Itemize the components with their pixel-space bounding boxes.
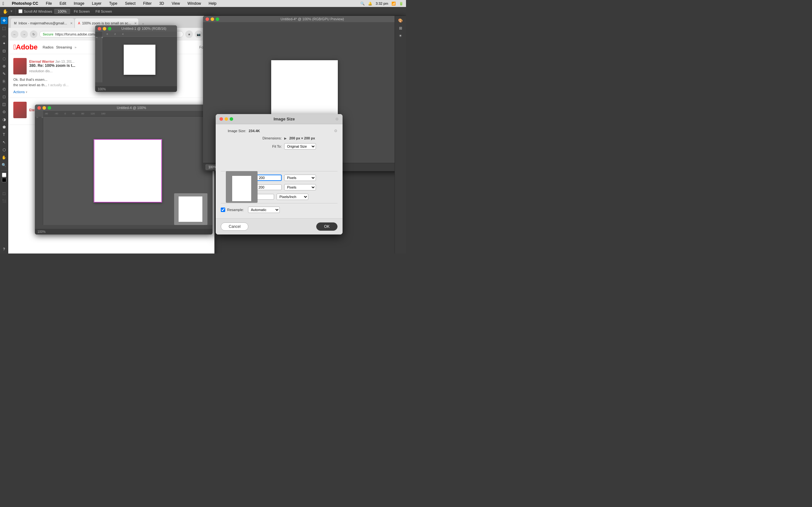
marquee-tool[interactable]: ⬚ [1,25,8,32]
history-tool[interactable]: ◴ [1,86,8,93]
menu-bar:  Photoshop CC File Edit Image Layer Typ… [0,0,406,7]
zoom-tool[interactable]: 🔍 [1,162,8,169]
resample-checkbox[interactable] [221,208,225,212]
gmail-tab-label: Inbox - majermatheus@gmail... [18,21,67,25]
image-size-label: Image Size: [221,129,246,133]
ps-second-ruler-h: -80-4004080120160 [43,111,212,117]
dimensions-arrow-icon[interactable]: ▶ [284,136,287,140]
reload-button[interactable]: ↻ [30,31,38,38]
help-button[interactable]: ? [2,246,6,252]
resample-select[interactable]: Automatic [248,207,280,213]
dialog-preview-row: Dimensions: ▶ 200 px × 200 px Fit To: Or… [221,136,338,168]
resolution-unit-select[interactable]: Pixels/Inch [276,193,308,200]
eyedropper-tool[interactable]: ◌ [1,55,8,62]
bookmark-more[interactable]: » [74,45,77,49]
zoom-input[interactable] [54,9,70,14]
ps-small-canvas-area: 0 2 4 24 [95,32,177,82]
bookmark-button[interactable]: ★ [185,31,193,38]
layers-panel-icon[interactable]: ⊞ [397,25,404,32]
height-input[interactable] [256,184,282,190]
toolbar-divider [15,8,16,14]
width-input[interactable] [256,175,282,181]
forward-button[interactable]: → [20,31,28,38]
ps-second-window: Untitled-4 @ 100% -80-4004080120160 2468… [35,105,212,234]
poster-name-text-1[interactable]: Eternal Warrior [29,60,54,63]
gradient-tool[interactable]: ◫ [1,101,8,108]
close-button-small[interactable] [98,27,101,31]
edit-menu[interactable]: Edit [58,1,67,6]
pen-tool[interactable]: ⬟ [1,124,8,130]
adjustments-panel-icon[interactable]: ☀ [397,32,404,39]
adobe-tab-close[interactable]: ✕ [134,21,137,25]
bookmark-streaming[interactable]: Streaming [56,45,72,49]
path-select-tool[interactable]: ↖ [1,139,8,146]
app-name-menu[interactable]: Photoshop CC [10,1,39,6]
lasso-tool[interactable]: ⌓ [1,32,8,39]
crop-tool[interactable]: ⊡ [1,48,8,55]
minimize-button-small[interactable] [103,27,106,31]
maximize-button-main[interactable] [216,17,219,21]
dialog-min-button[interactable] [224,117,228,121]
dialog-close-button[interactable] [219,117,223,121]
wand-tool[interactable]: ✦ [1,40,8,47]
dialog-fields: Dimensions: ▶ 200 px × 200 px Fit To: Or… [256,136,338,168]
clone-tool[interactable]: ⎘ [1,78,8,85]
blur-tool[interactable]: ⊙ [1,108,8,115]
notification-icon[interactable]: 🔔 [368,2,372,6]
image-menu[interactable]: Image [72,1,85,6]
close-button-second[interactable] [38,106,41,110]
help-menu[interactable]: Help [207,1,218,6]
layer-menu[interactable]: Layer [91,1,103,6]
quick-mask-tool[interactable]: ⬚ [1,190,8,197]
color-picker-panel-icon[interactable]: 🎨 [397,17,404,24]
dialog-max-button[interactable] [230,117,233,121]
heal-tool[interactable]: ⊕ [1,63,8,70]
fill-screen-button[interactable]: Fill Screen [94,9,114,14]
fit-to-select[interactable]: Original Size [284,143,316,150]
ok-button[interactable]: OK [316,222,338,231]
hand-tool[interactable]: ✋ [1,154,8,161]
image-size-settings-icon[interactable]: ⚙ [334,129,338,133]
text-tool[interactable]: T [1,131,8,138]
type-menu[interactable]: Type [108,1,119,6]
bookmark-radios[interactable]: Radios [43,45,53,49]
spotlight-icon[interactable]: 🔍 [360,2,365,6]
browser-tab-gmail[interactable]: M Inbox - majermatheus@gmail... ✕ [11,18,74,28]
3d-menu[interactable]: 3D [158,1,165,6]
dialog-titlebar: Image Size ⚙ [216,114,343,124]
maximize-button-small[interactable] [108,27,111,31]
minimize-button-second[interactable] [43,106,46,110]
dodge-tool[interactable]: ◑ [1,116,8,123]
filter-menu[interactable]: Filter [142,1,153,6]
adobe-tab-label: 100% zoom is too small on sc... [82,21,131,25]
minimize-button-main[interactable] [211,17,214,21]
shape-tool[interactable]: ⬡ [1,147,8,153]
dialog-settings-icon[interactable]: ⚙ [335,117,339,121]
file-menu[interactable]: File [44,1,53,6]
screenshot-button[interactable]: 📷 [195,31,202,38]
maximize-button-second[interactable] [48,106,51,110]
foreground-color[interactable] [2,173,6,177]
cancel-button[interactable]: Cancel [221,222,248,231]
actions-link[interactable]: Actions [13,90,25,94]
scroll-all-checkbox-label[interactable]: Scroll All Windows [18,9,52,13]
fit-to-row: Fit To: Original Size [256,143,338,150]
move-tool[interactable]: ✥ [1,17,8,24]
window-menu[interactable]: Window [186,1,202,6]
post-body-1a: Ok. But that's essen... [13,78,47,81]
ps-small-window-title: Untitled-1 @ 100% (RGB/16) [113,26,174,31]
close-button-main[interactable] [206,17,209,21]
apple-menu[interactable]:  [3,1,4,6]
view-menu[interactable]: View [170,1,181,6]
background-color[interactable] [2,178,6,182]
scroll-all-checkbox[interactable] [18,9,22,13]
select-menu[interactable]: Select [124,1,137,6]
fit-screen-button[interactable]: Fit Screen [72,9,92,14]
back-button[interactable]: ← [11,31,18,38]
height-unit-select[interactable]: Pixels [284,184,316,190]
brush-tool[interactable]: ✎ [1,70,8,77]
width-unit-select[interactable]: Pixels [284,175,316,181]
gmail-tab-close[interactable]: ✕ [70,21,72,25]
eraser-tool[interactable]: ◻ [1,93,8,100]
screen-mode-tool[interactable]: ⬛ [1,198,8,205]
